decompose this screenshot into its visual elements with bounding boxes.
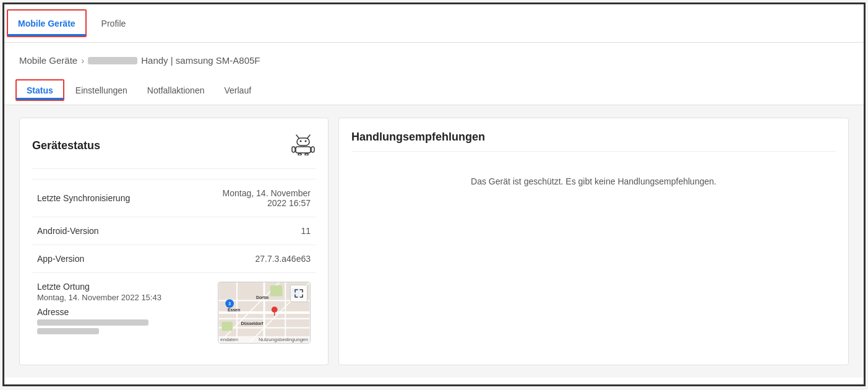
svg-line-1 (307, 135, 310, 138)
table-row: Android-Version 11 (32, 217, 316, 245)
breadcrumb-separator: › (81, 55, 84, 66)
svg-rect-7 (311, 147, 314, 152)
address-redacted-2 (37, 328, 99, 334)
map-attr-2: Nutzungsbedingungen (259, 337, 308, 342)
tab-mobile-geraete[interactable]: Mobile Geräte (7, 9, 87, 37)
recommendation-text: Das Gerät ist geschützt. Es gibt keine H… (351, 176, 836, 186)
svg-point-4 (305, 141, 307, 142)
sync-label: Letzte Synchronisierung (32, 180, 174, 217)
app-label: App-Version (32, 245, 174, 273)
device-status-header: Gerätestatus (32, 131, 316, 169)
svg-rect-8 (298, 154, 301, 155)
map-expand-button[interactable] (290, 285, 307, 302)
location-date: Montag, 14. November 2022 15:43 (37, 293, 161, 302)
recommendations-card: Handlungsempfehlungen Das Gerät ist gesc… (338, 118, 849, 365)
tab-profile[interactable]: Profile (89, 4, 139, 42)
android-icon (291, 131, 316, 161)
top-navigation: Mobile Geräte Profile (4, 4, 864, 43)
breadcrumb-root[interactable]: Mobile Geräte (19, 55, 77, 66)
breadcrumb-device: Handy | samsung SM-A805F (141, 55, 260, 66)
table-row: App-Version 27.7.3.a46e63 (32, 245, 316, 273)
location-label: Letzte Ortung (37, 282, 161, 292)
device-info-table: Letzte Synchronisierung Montag, 14. Nove… (32, 179, 316, 352)
table-row: Letzte Synchronisierung Montag, 14. Nove… (32, 180, 316, 217)
svg-line-0 (296, 135, 299, 138)
svg-point-27 (272, 306, 278, 313)
android-label: Android-Version (32, 217, 174, 245)
location-cell: Letzte Ortung Montag, 14. November 2022 … (32, 273, 316, 353)
location-info: Letzte Ortung Montag, 14. November 2022 … (37, 282, 161, 334)
android-value: 11 (174, 217, 316, 245)
svg-text:Essen: Essen (228, 308, 240, 312)
device-status-title: Gerätestatus (32, 139, 100, 152)
svg-text:Dortm: Dortm (256, 295, 269, 300)
sub-tab-notfallaktionen[interactable]: Notfallaktionen (137, 76, 215, 105)
breadcrumb-redacted-name (88, 57, 137, 64)
recommendations-header: Handlungsempfehlungen (351, 131, 836, 152)
sync-value: Montag, 14. November2022 16:57 (174, 180, 316, 217)
svg-rect-20 (270, 285, 283, 297)
table-row: Letzte Ortung Montag, 14. November 2022 … (32, 273, 316, 353)
recommendations-title: Handlungsempfehlungen (351, 131, 485, 144)
device-status-card: Gerätestatus (19, 118, 329, 365)
map-attribution: endaten Nutzungsbedingungen (218, 336, 310, 343)
svg-text:Düsseldorf: Düsseldorf (241, 321, 264, 326)
breadcrumb: Mobile Geräte › Handy | samsung SM-A805F (4, 43, 864, 76)
svg-rect-5 (296, 147, 311, 153)
address-label: Adresse (37, 307, 161, 317)
svg-rect-2 (297, 138, 309, 145)
sub-tab-status[interactable]: Status (15, 79, 64, 101)
map-thumbnail[interactable]: Dortm Essen Düsseldorf 3 (218, 282, 311, 344)
app-value: 27.7.3.a46e63 (174, 245, 316, 273)
main-content: Gerätestatus (4, 105, 864, 378)
sub-tabs: Status Einstellungen Notfallaktionen Ver… (4, 76, 864, 105)
svg-rect-9 (305, 154, 308, 155)
svg-text:3: 3 (228, 301, 231, 306)
svg-point-3 (300, 141, 302, 142)
svg-rect-21 (221, 322, 233, 331)
address-redacted-1 (37, 319, 148, 326)
sub-tab-verlauf[interactable]: Verlauf (214, 76, 261, 105)
svg-rect-6 (292, 147, 295, 152)
sub-tab-einstellungen[interactable]: Einstellungen (66, 76, 137, 105)
location-row-inner: Letzte Ortung Montag, 14. November 2022 … (37, 282, 311, 344)
map-attr-1: endaten (220, 337, 238, 342)
